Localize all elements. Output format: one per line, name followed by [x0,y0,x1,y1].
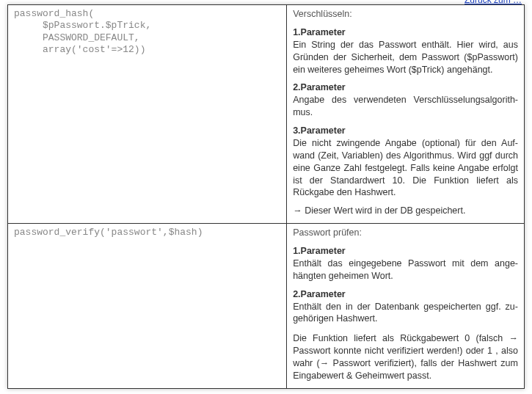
param-text: Angabe des verwendeten Verschlüsselungsa… [293,94,518,119]
description-cell: Verschlüsseln: 1.Parameter Ein String de… [287,5,525,224]
back-link[interactable]: Zurück zum … [464,0,522,7]
param-text: Ein String der das Passwort enthält. Hie… [293,39,518,76]
param-label: 1.Parameter [293,26,518,39]
param-label: 3.Parameter [293,125,518,137]
section-heading: Verschlüsseln: [293,8,518,21]
param-label: 2.Parameter [293,288,518,301]
document-table-wrapper: password_hash( $pPasswort.$pTrick, PASSW… [7,4,525,389]
result-text: Die Funktion liefert als Rückgabewert 0 … [293,332,518,382]
section-heading: Passwort prüfen: [293,227,518,239]
param-label: 1.Parameter [293,245,518,258]
code-cell: password_hash( $pPasswort.$pTrick, PASSW… [8,5,287,224]
note-text: → Dieser Wert wird in der DB gespeichert… [293,205,518,217]
param-label: 2.Parameter [293,81,518,94]
param-text: Enthält den in der Datenbank gespeichert… [293,301,518,326]
table-row: password_hash( $pPasswort.$pTrick, PASSW… [8,5,525,224]
function-doc-table: password_hash( $pPasswort.$pTrick, PASSW… [7,4,525,389]
code-cell: password_verify('passwort',$hash) [8,224,287,389]
param-text: Die nicht zwingende Angabe (optional) fü… [293,137,518,199]
code-snippet: password_hash( $pPasswort.$pTrick, PASSW… [14,8,280,56]
description-cell: Passwort prüfen: 1.Parameter Enthält das… [287,224,525,389]
table-row: password_verify('passwort',$hash) Passwo… [8,224,525,389]
code-snippet: password_verify('passwort',$hash) [14,227,280,238]
param-text: Enthält das eingegebene Passwort mit dem… [293,258,518,282]
